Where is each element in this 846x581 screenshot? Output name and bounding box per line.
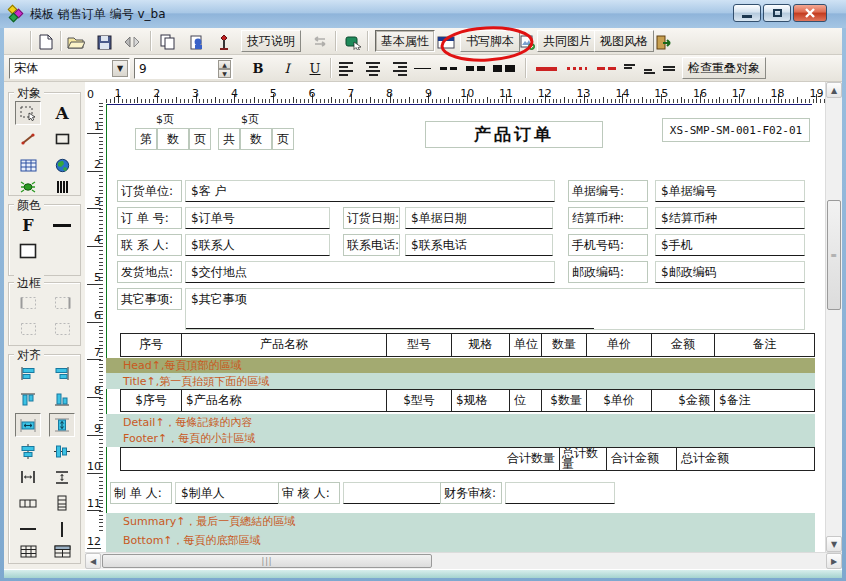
field-value[interactable]: $单据日期 bbox=[405, 207, 553, 229]
red-line-dotted-button[interactable] bbox=[564, 58, 590, 79]
align-bottom-edges-button[interactable] bbox=[49, 387, 75, 411]
web-globe-tool[interactable] bbox=[49, 153, 75, 177]
table-header-cell[interactable]: 型号 bbox=[386, 334, 451, 356]
signature-label[interactable]: 审 核 人: bbox=[278, 482, 340, 504]
align-center-button[interactable] bbox=[363, 58, 383, 79]
table-detail-cell[interactable]: $备注 bbox=[714, 390, 814, 411]
page-var-label[interactable]: $页 bbox=[156, 112, 174, 127]
maximize-button[interactable] bbox=[763, 4, 791, 22]
chevron-down-icon[interactable]: ▼ bbox=[112, 60, 128, 77]
field-value[interactable]: $交付地点 bbox=[185, 261, 555, 283]
tips-button[interactable]: 技巧说明 bbox=[241, 30, 301, 52]
field-label[interactable]: 联系电话: bbox=[343, 234, 400, 256]
signature-value[interactable] bbox=[343, 482, 453, 504]
field-label[interactable]: 订 单 号: bbox=[117, 207, 182, 229]
table-header-cell[interactable]: 金额 bbox=[651, 334, 714, 356]
line-medium-dash-button[interactable] bbox=[436, 58, 460, 79]
table-header-row[interactable]: 序号产品名称型号规格单位数量单价金额备注 bbox=[120, 333, 815, 357]
field-label[interactable]: 手机号码: bbox=[568, 234, 648, 256]
font-name-combo[interactable]: 宋体 ▼ bbox=[9, 58, 130, 79]
line-bottom-icon[interactable] bbox=[640, 58, 658, 79]
field-value[interactable]: $联系电话 bbox=[405, 234, 553, 256]
equal-v-spacing-button[interactable] bbox=[49, 465, 75, 489]
align-top-edges-button[interactable] bbox=[15, 387, 41, 411]
view-style-button[interactable]: 视图风格 bbox=[594, 30, 654, 52]
table-detail-cell[interactable]: $产品名称 bbox=[181, 390, 386, 411]
print-preview-icon[interactable] bbox=[122, 32, 142, 52]
spin-down-icon[interactable]: ▼ bbox=[218, 69, 231, 78]
barcode-tool[interactable] bbox=[49, 179, 75, 195]
v-line-button[interactable] bbox=[49, 517, 75, 541]
field-value[interactable]: $联系人 bbox=[185, 234, 330, 256]
h-cells-button[interactable] bbox=[15, 491, 41, 515]
spin-up-icon[interactable]: ▲ bbox=[218, 60, 231, 69]
h-scrollbar[interactable]: ◀ ||| ▶ bbox=[85, 552, 842, 569]
red-line-solid-button[interactable] bbox=[532, 58, 560, 79]
grid-button[interactable] bbox=[15, 539, 41, 563]
page-var-label[interactable]: $页 bbox=[241, 112, 259, 127]
field-value[interactable]: $客 户 bbox=[185, 180, 555, 202]
band-footer[interactable]: Footer↑，每頁的小計區域 bbox=[106, 430, 815, 447]
same-width-button[interactable] bbox=[15, 413, 41, 437]
new-file-icon[interactable] bbox=[36, 32, 56, 52]
field-label[interactable]: 订货单位: bbox=[117, 180, 182, 202]
field-label[interactable]: 邮政编码: bbox=[568, 261, 648, 283]
paste-icon[interactable] bbox=[186, 32, 206, 52]
field-label[interactable]: 订货日期: bbox=[343, 207, 400, 229]
h-line-button[interactable] bbox=[15, 517, 41, 541]
table-header-cell[interactable]: 产品名称 bbox=[181, 334, 386, 356]
exit-icon[interactable] bbox=[654, 32, 674, 52]
scroll-right-icon[interactable]: ▶ bbox=[826, 553, 842, 569]
table-detail-cell[interactable]: $规格 bbox=[451, 390, 509, 411]
pageno-cell[interactable]: 页 bbox=[189, 128, 211, 150]
field-label[interactable]: 结算币种: bbox=[568, 207, 648, 229]
image-tool[interactable] bbox=[15, 179, 41, 195]
border-right-button[interactable] bbox=[49, 291, 75, 315]
line-heavy-dash-button[interactable] bbox=[490, 58, 518, 79]
open-folder-icon[interactable] bbox=[66, 32, 86, 52]
basic-properties-button[interactable]: 基本属性 bbox=[375, 30, 435, 52]
field-label[interactable]: 发货地点: bbox=[117, 261, 182, 283]
table-detail-cell[interactable]: 位 bbox=[509, 390, 541, 411]
text-tool[interactable]: A bbox=[49, 101, 75, 125]
field-label[interactable]: 其它事项: bbox=[117, 288, 182, 310]
band-bottom[interactable]: Bottom↑，每頁的底部區域 bbox=[106, 530, 815, 552]
design-canvas[interactable]: 0 12345678910111213141516171819 12345678… bbox=[85, 82, 825, 552]
table-header-cell[interactable]: 备注 bbox=[714, 334, 814, 356]
table-header-cell[interactable]: 单价 bbox=[586, 334, 651, 356]
fill-color-button[interactable] bbox=[15, 239, 41, 263]
line-thick-dash-button[interactable] bbox=[462, 58, 488, 79]
pageno-cell[interactable]: 第 bbox=[135, 128, 157, 150]
bold-button[interactable]: B bbox=[247, 58, 269, 79]
table-header-cell[interactable]: 单位 bbox=[509, 334, 541, 356]
v-scrollbar[interactable]: ▲ ≡ ▼ bbox=[825, 82, 842, 552]
pageno-cell[interactable]: 共 bbox=[218, 128, 240, 150]
line-middle-icon[interactable] bbox=[660, 58, 678, 79]
table-detail-cell[interactable]: $数量 bbox=[541, 390, 586, 411]
doc-title[interactable]: 产品订单 bbox=[425, 121, 603, 148]
field-value-area[interactable]: $其它事项 bbox=[185, 288, 805, 330]
line-color-button[interactable] bbox=[49, 213, 75, 237]
form-code[interactable]: XS-SMP-SM-001-F02-01 bbox=[662, 118, 810, 142]
italic-button[interactable]: I bbox=[276, 58, 298, 79]
window-panel-icon[interactable] bbox=[436, 32, 456, 52]
align-left-button[interactable] bbox=[336, 58, 356, 79]
totals-cell[interactable]: 合计金额 bbox=[607, 448, 676, 470]
table-detail-row[interactable]: $序号$产品名称$型号$规格位$数量$单价$金额$备注 bbox=[120, 389, 815, 412]
line-tool[interactable] bbox=[15, 127, 41, 151]
pageno-cell[interactable]: 页 bbox=[272, 128, 294, 150]
band-summary[interactable]: Summary↑，最后一頁總結的區域 bbox=[106, 513, 815, 530]
table-tool[interactable] bbox=[15, 153, 41, 177]
line-top-icon[interactable] bbox=[620, 58, 638, 79]
signature-label[interactable]: 财务审核: bbox=[440, 482, 502, 504]
table-detail-cell[interactable]: $单价 bbox=[586, 390, 651, 411]
same-height-button[interactable] bbox=[49, 413, 75, 437]
h-scroll-thumb[interactable]: ||| bbox=[102, 554, 432, 568]
underline-button[interactable]: U bbox=[304, 58, 326, 79]
select-tool[interactable] bbox=[15, 101, 41, 125]
border-top-button[interactable] bbox=[15, 317, 41, 341]
align-left-edges-button[interactable] bbox=[15, 361, 41, 385]
signature-value[interactable]: $制单人 bbox=[175, 482, 283, 504]
align-right-edges-button[interactable] bbox=[49, 361, 75, 385]
field-label[interactable]: 联 系 人: bbox=[117, 234, 182, 256]
